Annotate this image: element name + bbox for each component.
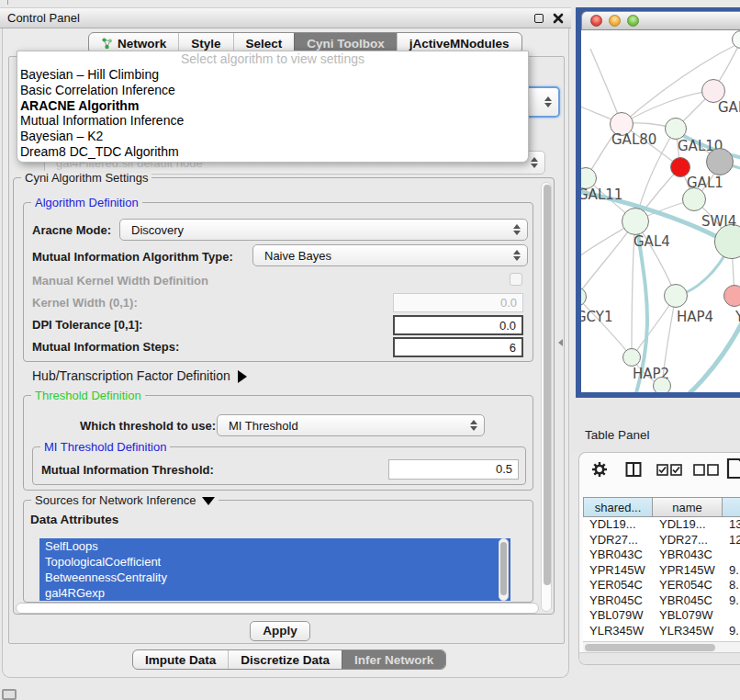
panel-splitter-handle[interactable] xyxy=(558,339,563,346)
table-cell[interactable]: YDL19... xyxy=(653,517,723,533)
table-row[interactable]: YBR043CYBR043C xyxy=(583,548,740,563)
hub-definition-expander[interactable]: Hub/Transcription Factor Definition xyxy=(32,368,247,383)
attribute-item[interactable]: SelfLoops xyxy=(39,538,510,554)
close-button[interactable] xyxy=(590,15,602,27)
table-cell[interactable]: YBR043C xyxy=(583,548,653,563)
file-icon[interactable] xyxy=(726,457,740,480)
network-node[interactable] xyxy=(682,187,706,211)
table-scrollbar-thumb[interactable] xyxy=(585,644,715,651)
zoom-button[interactable] xyxy=(627,15,639,27)
network-node[interactable] xyxy=(706,148,734,175)
table-cell[interactable]: YPR145W xyxy=(583,563,653,579)
network-node-label: SWI4 xyxy=(701,213,736,230)
table-cell[interactable] xyxy=(723,608,740,624)
combo-arrows-icon xyxy=(531,157,538,168)
table-cell[interactable] xyxy=(723,548,740,563)
network-node[interactable] xyxy=(653,377,671,392)
table-cell[interactable]: 9. xyxy=(723,563,740,579)
columns-icon[interactable] xyxy=(625,461,642,478)
network-node-HAP4[interactable] xyxy=(664,284,688,308)
table-cell[interactable]: 8. xyxy=(723,578,740,593)
network-node-HAP2[interactable] xyxy=(622,348,641,367)
table-cell[interactable]: 9. xyxy=(723,624,740,639)
control-panel-titlebar[interactable]: Control Panel xyxy=(0,7,571,28)
expander-arrow-icon xyxy=(238,370,247,383)
algorithm-option[interactable]: Bayesian – Hill Climbing xyxy=(17,67,528,83)
attribute-item[interactable]: BetweennessCentrality xyxy=(39,570,510,585)
table-cell[interactable]: YBL079W xyxy=(653,608,723,624)
network-node-GAL10[interactable] xyxy=(665,118,687,140)
tab-infer-network[interactable]: Infer Network xyxy=(342,650,445,669)
attributes-scrollbar-thumb[interactable] xyxy=(500,542,507,595)
table-cell[interactable]: YBR045C xyxy=(583,593,653,609)
table-row[interactable]: YER054CYER054C8. xyxy=(583,578,740,593)
table-cell[interactable]: YPR145W xyxy=(653,563,723,579)
algorithm-option[interactable]: Dream8 DC_TDC Algorithm xyxy=(17,144,528,160)
column-header-cut[interactable] xyxy=(723,497,740,517)
table-cell[interactable]: YBL079W xyxy=(583,608,653,624)
attribute-item[interactable]: gal4RGexp xyxy=(39,585,510,601)
table-row[interactable]: YPR145WYPR145W9. xyxy=(583,563,740,579)
table-cell[interactable]: 13 xyxy=(723,517,740,533)
close-icon[interactable] xyxy=(553,13,564,24)
collapse-arrow-icon[interactable] xyxy=(202,497,215,505)
algorithm-option[interactable]: Mutual Information Inference xyxy=(17,113,528,129)
table-row[interactable]: YLR345WYLR345W9. xyxy=(583,624,740,639)
table-row[interactable]: YBR045CYBR045C9. xyxy=(583,593,740,609)
which-threshold-select[interactable]: MI Threshold xyxy=(217,414,485,436)
table-cell[interactable]: YER054C xyxy=(583,578,653,593)
threshold-definition-title: Threshold Definition xyxy=(31,389,145,402)
network-canvas[interactable]: GALGAL80GAL10GAL1GAL11SWI4GAL4GCY1HAP4YH… xyxy=(581,30,740,392)
tab-discretize-data[interactable]: Discretize Data xyxy=(228,650,342,669)
dpi-tolerance-field[interactable]: 0.0 xyxy=(393,315,523,335)
aracne-mode-select[interactable]: Discovery xyxy=(119,219,528,241)
mi-steps-field[interactable]: 6 xyxy=(393,337,523,357)
table-cell[interactable]: YBR045C xyxy=(653,593,723,609)
table-cell[interactable]: YLR345W xyxy=(583,624,653,639)
minimize-button[interactable] xyxy=(609,15,621,27)
network-node-label: GAL4 xyxy=(633,233,670,250)
tab-label: Discretize Data xyxy=(241,653,330,667)
column-header-name[interactable]: name xyxy=(653,497,723,517)
attribute-item[interactable]: TopologicalCoefficient xyxy=(39,554,510,570)
data-attributes-list[interactable]: SelfLoopsTopologicalCoefficientBetweenne… xyxy=(39,538,510,601)
mi-algorithm-type-select[interactable]: Naive Bayes xyxy=(252,244,528,266)
table-cell[interactable]: YER054C xyxy=(653,578,723,593)
table-row[interactable]: YDR27...YDR27...12 xyxy=(583,533,740,548)
table-cell[interactable]: 9. xyxy=(723,593,740,609)
manual-kernel-checkbox[interactable] xyxy=(510,273,522,286)
network-node-GAL4[interactable] xyxy=(622,208,649,235)
checked-boxes-icon[interactable] xyxy=(656,464,682,476)
attributes-scrollbar[interactable] xyxy=(499,538,509,601)
table-cell[interactable]: 12 xyxy=(723,533,740,548)
table-cell[interactable]: YLR345W xyxy=(653,624,723,639)
gear-icon[interactable] xyxy=(591,461,608,478)
network-node-label: GAL80 xyxy=(611,131,656,148)
algorithm-option[interactable]: ARACNE Algorithm xyxy=(17,98,528,114)
table-row[interactable]: YDL19...YDL19...13 xyxy=(583,517,740,533)
mi-threshold-field[interactable]: 0.5 xyxy=(388,459,519,480)
algorithm-option[interactable]: Basic Correlation Inference xyxy=(17,83,528,98)
table-cell[interactable]: YDL19... xyxy=(583,517,653,533)
column-header-shared-name[interactable]: shared... xyxy=(583,497,653,517)
table-horizontal-scrollbar[interactable] xyxy=(583,641,740,652)
cyni-bottom-tab-bar: Impute Data Discretize Data Infer Networ… xyxy=(132,649,446,670)
mini-window-icon[interactable] xyxy=(2,689,17,700)
tab-impute-data[interactable]: Impute Data xyxy=(133,650,228,669)
network-node-Y[interactable] xyxy=(723,285,740,307)
table-cell[interactable]: YDR27... xyxy=(653,533,723,548)
network-window-titlebar[interactable] xyxy=(581,11,740,30)
unchecked-boxes-icon[interactable] xyxy=(693,464,719,476)
apply-button[interactable]: Apply xyxy=(250,621,310,641)
settings-vertical-scrollbar[interactable] xyxy=(541,182,552,612)
algorithm-option[interactable]: Bayesian – K2 xyxy=(17,129,528,144)
float-window-icon[interactable] xyxy=(534,14,544,23)
settings-horizontal-scrollbar[interactable] xyxy=(16,603,539,614)
network-node-label: GCY1 xyxy=(581,309,613,325)
settings-scrollbar-thumb[interactable] xyxy=(544,185,551,585)
inference-algorithm-select[interactable] xyxy=(523,86,560,118)
kernel-width-field[interactable]: 0.0 xyxy=(393,293,523,312)
table-row[interactable]: YBL079WYBL079W xyxy=(583,608,740,624)
table-cell[interactable]: YBR043C xyxy=(653,548,723,563)
table-cell[interactable]: YDR27... xyxy=(583,533,653,548)
